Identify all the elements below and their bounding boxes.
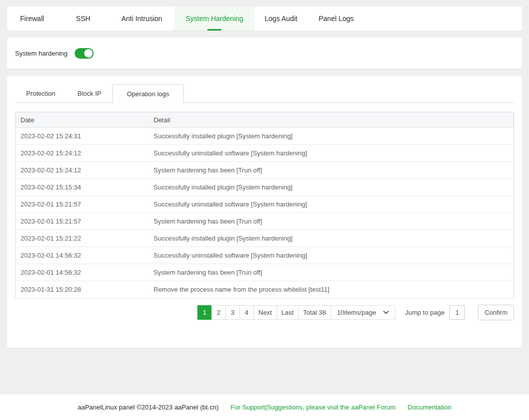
hardening-toggle-card: System hardening: [7, 38, 522, 69]
copyright-text: aaPanelLinux panel ©2014-2023 aaPanel (b…: [78, 403, 218, 411]
subtab-operation-logs[interactable]: Operation logs: [112, 84, 184, 103]
tab-firewall[interactable]: Firewall: [7, 7, 57, 31]
tab-label: Firewall: [20, 15, 44, 23]
sub-tab-bar: Protection Block IP Operation logs: [15, 84, 514, 103]
table-row: 2023-02-02 15:24:12 System hardening has…: [16, 162, 514, 179]
tab-panel-logs[interactable]: Panel Logs: [308, 7, 365, 31]
hardening-toggle-label: System hardening: [15, 50, 68, 57]
tab-system-hardening[interactable]: System Hardening: [174, 7, 254, 31]
column-header-detail: Detail: [149, 112, 514, 128]
page-size-value: 10items/page: [337, 309, 376, 316]
table-row: 2023-02-02 15:24:12 Successfully uninsta…: [16, 145, 514, 162]
log-date: 2023-02-02 15:24:12: [16, 162, 149, 179]
page-button-2[interactable]: 2: [211, 305, 226, 320]
log-detail: Remove the process name from the process…: [149, 281, 514, 298]
pagination-bar: 1 2 3 4 Next Last Total 38 10items/page …: [15, 305, 514, 320]
log-detail: Successfully uninstalled software [Syste…: [149, 196, 514, 213]
support-forum-link[interactable]: For Support|Suggestions, please visit th…: [230, 403, 395, 411]
table-row: 2023-02-02 15:24:31 Successfully install…: [16, 128, 514, 145]
page-size-select[interactable]: 10items/page: [331, 305, 395, 320]
toggle-knob: [84, 49, 93, 58]
log-date: 2023-01-31 15:20:28: [16, 281, 149, 298]
tab-ssh[interactable]: SSH: [57, 7, 109, 31]
page-button-3[interactable]: 3: [225, 305, 240, 320]
pager-group: 1 2 3 4 Next Last Total 38 10items/page: [197, 305, 395, 320]
table-row: 2023-02-01 14:56:32 Successfully uninsta…: [16, 247, 514, 264]
tab-label: Anti Intrusion: [121, 15, 162, 23]
next-page-button[interactable]: Next: [253, 305, 277, 320]
total-count: Total 38: [298, 305, 331, 320]
subtab-label: Operation logs: [127, 90, 169, 98]
log-detail: System hardening has been [Trun off]: [149, 264, 514, 281]
tab-logs-audit[interactable]: Logs Audit: [254, 7, 308, 31]
log-date: 2023-02-02 15:24:31: [16, 128, 149, 145]
operation-logs-table: Date Detail 2023-02-02 15:24:31 Successf…: [15, 112, 514, 298]
log-detail: Successfully installed plugin [System ha…: [149, 128, 514, 145]
table-row: 2023-02-01 15:21:57 Successfully uninsta…: [16, 196, 514, 213]
column-header-date: Date: [16, 112, 149, 128]
log-detail: System hardening has been [Trun off]: [149, 213, 514, 230]
log-date: 2023-02-01 14:56:32: [16, 264, 149, 281]
confirm-button[interactable]: Confirm: [478, 305, 514, 320]
jump-to-page-label: Jump to page: [405, 309, 445, 316]
subtab-protection[interactable]: Protection: [15, 84, 67, 102]
log-date: 2023-02-01 14:56:32: [16, 247, 149, 264]
log-date: 2023-02-01 15:21:57: [16, 196, 149, 213]
log-date: 2023-02-02 15:24:12: [16, 145, 149, 162]
log-date: 2023-02-01 15:21:22: [16, 230, 149, 247]
documentation-link[interactable]: Documentation: [408, 403, 451, 411]
tab-label: SSH: [76, 15, 91, 23]
operation-logs-panel: Protection Block IP Operation logs Date …: [7, 76, 522, 348]
log-date: 2023-02-01 15:21:57: [16, 213, 149, 230]
table-row: 2023-02-01 15:21:57 System hardening has…: [16, 213, 514, 230]
log-date: 2023-02-02 15:15:34: [16, 179, 149, 196]
table-row: 2023-02-01 15:21:22 Successfully install…: [16, 230, 514, 247]
system-hardening-toggle[interactable]: [75, 48, 94, 59]
page-button-1[interactable]: 1: [197, 305, 212, 320]
table-header-row: Date Detail: [16, 112, 514, 128]
page-button-4[interactable]: 4: [239, 305, 254, 320]
tab-label: Logs Audit: [264, 15, 297, 23]
subtab-label: Block IP: [78, 90, 102, 97]
tab-anti-intrusion[interactable]: Anti Intrusion: [109, 7, 174, 31]
table-row: 2023-01-31 15:20:28 Remove the process n…: [16, 281, 514, 298]
table-row: 2023-02-02 15:15:34 Successfully install…: [16, 179, 514, 196]
log-detail: Successfully installed plugin [System ha…: [149, 179, 514, 196]
log-detail: Successfully uninstalled software [Syste…: [149, 145, 514, 162]
jump-to-page-input[interactable]: [449, 305, 465, 320]
security-tab-bar: Firewall SSH Anti Intrusion System Harde…: [7, 7, 522, 31]
log-detail: System hardening has been [Trun off]: [149, 162, 514, 179]
log-detail: Successfully uninstalled software [Syste…: [149, 247, 514, 264]
subtab-block-ip[interactable]: Block IP: [67, 84, 113, 102]
chevron-down-icon: [383, 311, 389, 314]
table-row: 2023-02-01 14:56:32 System hardening has…: [16, 264, 514, 281]
last-page-button[interactable]: Last: [277, 305, 299, 320]
active-tab-indicator: [207, 29, 221, 31]
page-footer: aaPanelLinux panel ©2014-2023 aaPanel (b…: [0, 394, 529, 420]
subtab-label: Protection: [26, 90, 56, 97]
log-detail: Successfully installed plugin [System ha…: [149, 230, 514, 247]
tab-label: Panel Logs: [319, 15, 354, 23]
tab-label: System Hardening: [185, 15, 243, 23]
